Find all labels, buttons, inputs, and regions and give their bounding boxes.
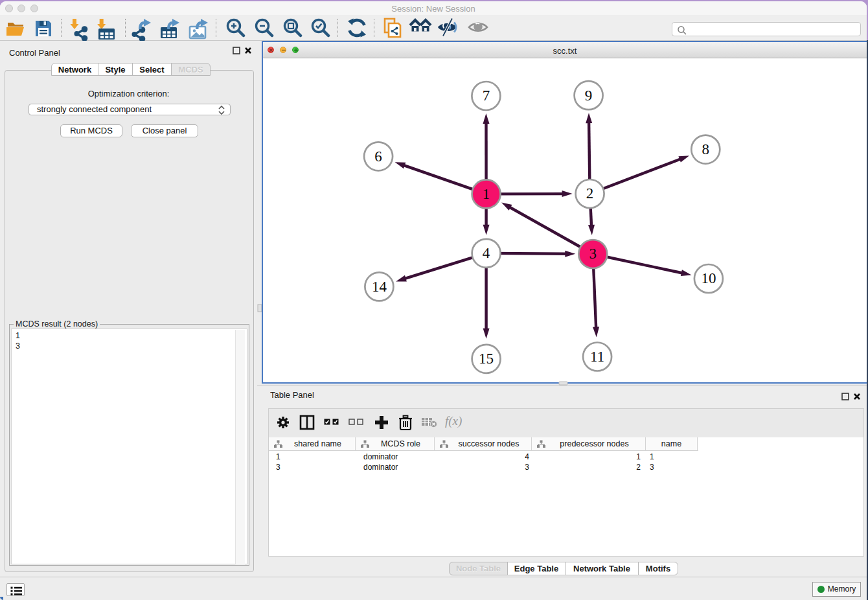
svg-text:4: 4 [483,245,490,261]
svg-text:15: 15 [479,351,494,367]
svg-text:10: 10 [701,270,716,286]
svg-text:6: 6 [374,148,382,165]
svg-text:14: 14 [372,279,387,295]
svg-text:7: 7 [483,87,490,104]
svg-text:8: 8 [702,141,710,157]
svg-text:9: 9 [585,87,593,104]
svg-text:2: 2 [586,185,594,202]
svg-text:3: 3 [589,246,597,262]
svg-text:11: 11 [590,349,604,365]
svg-text:1: 1 [483,186,490,202]
